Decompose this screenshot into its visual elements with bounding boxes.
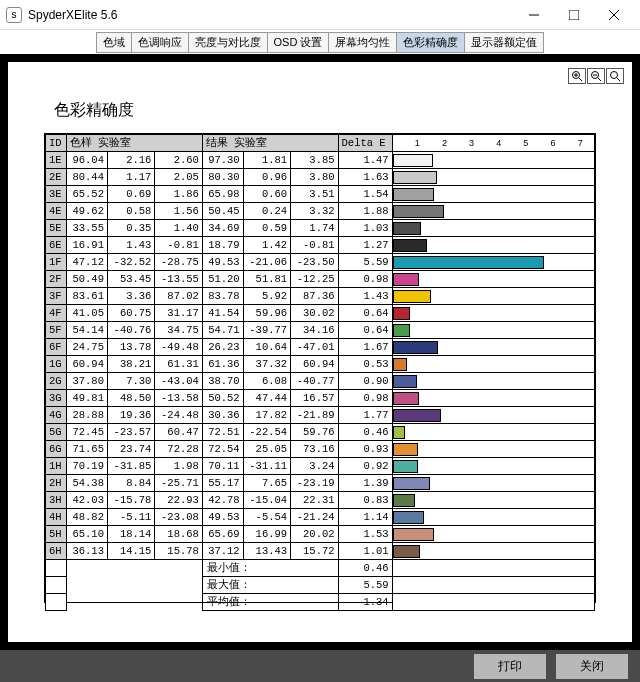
tab-4[interactable]: 屏幕均匀性 (328, 32, 396, 53)
delta-bar (393, 511, 424, 524)
table-row: 6E16.911.43-0.8118.791.42-0.811.27 (46, 237, 595, 254)
svg-line-5 (579, 78, 582, 81)
svg-rect-1 (569, 10, 579, 20)
delta-bar (393, 375, 417, 388)
zoom-toolbar (568, 68, 624, 84)
page-title: 色彩精确度 (54, 100, 624, 121)
titlebar: s SpyderXElite 5.6 (0, 0, 640, 30)
table-row: 4H48.82-5.11-23.0849.53-5.54-21.241.14 (46, 509, 595, 526)
delta-bar (393, 409, 441, 422)
delta-bar (393, 273, 420, 286)
delta-bar (393, 222, 421, 235)
table-row: 3H42.03-15.7822.9342.78-15.0422.310.83 (46, 492, 595, 509)
tab-6[interactable]: 显示器额定值 (464, 32, 544, 53)
delta-bar (393, 290, 432, 303)
table-row: 2H54.388.84-25.7155.177.65-23.191.39 (46, 475, 595, 492)
delta-bar (393, 426, 405, 439)
delta-bar (393, 341, 438, 354)
table-row: 5G72.45-23.5760.4772.51-22.5459.760.46 (46, 424, 595, 441)
table-row: 1E96.042.162.6097.301.813.851.47 (46, 152, 595, 169)
delta-bar (393, 358, 407, 371)
tab-2[interactable]: 亮度与对比度 (188, 32, 267, 53)
table-row: 2E80.441.172.0580.300.963.801.63 (46, 169, 595, 186)
tab-5[interactable]: 色彩精确度 (396, 32, 464, 53)
svg-point-11 (611, 72, 618, 79)
table-row: 4G28.8819.36-24.4830.3617.82-21.891.77 (46, 407, 595, 424)
delta-bar (393, 188, 435, 201)
zoom-out-button[interactable] (587, 68, 605, 84)
delta-bar (393, 307, 410, 320)
delta-bar (393, 528, 435, 541)
color-accuracy-table: ID色样 实验室结果 实验室Delta E12345671E96.042.162… (45, 134, 595, 611)
table-row: 1F47.12-32.52-28.7549.53-21.06-23.505.59 (46, 254, 595, 271)
content-inner: 色彩精确度 ID色样 实验室结果 实验室Delta E12345671E96.0… (8, 62, 632, 642)
delta-bar (393, 256, 545, 269)
table-row: 4F41.0560.7531.1741.5459.9630.020.64 (46, 305, 595, 322)
table-row: 5H65.1018.1418.6865.6916.9920.021.53 (46, 526, 595, 543)
delta-bar (393, 443, 418, 456)
zoom-fit-button[interactable] (606, 68, 624, 84)
table-row: 3E65.520.691.8665.980.603.511.54 (46, 186, 595, 203)
tab-1[interactable]: 色调响应 (131, 32, 188, 53)
delta-bar (393, 239, 427, 252)
tab-3[interactable]: OSD 设置 (267, 32, 329, 53)
table-row: 5F54.14-40.7634.7554.71-39.7734.160.64 (46, 322, 595, 339)
table-row: 1H70.19-31.851.9870.11-31.113.240.92 (46, 458, 595, 475)
table-row: 3G49.8148.50-13.5850.5247.4416.570.98 (46, 390, 595, 407)
data-table-area: ID色样 实验室结果 实验室Delta E12345671E96.042.162… (44, 133, 596, 603)
window-title: SpyderXElite 5.6 (28, 8, 514, 22)
table-row: 1G60.9438.2161.3161.3637.3260.940.53 (46, 356, 595, 373)
delta-bar (393, 324, 410, 337)
table-row: 4E49.620.581.5650.450.243.321.88 (46, 203, 595, 220)
svg-line-12 (617, 78, 620, 81)
maximize-button[interactable] (554, 1, 594, 29)
zoom-in-button[interactable] (568, 68, 586, 84)
svg-line-9 (598, 78, 601, 81)
delta-bar (393, 460, 418, 473)
table-row: 2F50.4953.45-13.5551.2051.81-12.250.98 (46, 271, 595, 288)
app-icon: s (6, 7, 22, 23)
footer: 打印 关闭 (0, 650, 640, 682)
table-row: 2G37.807.30-43.0438.706.08-40.770.90 (46, 373, 595, 390)
delta-bar (393, 171, 437, 184)
table-row: 5E33.550.351.4034.690.591.741.03 (46, 220, 595, 237)
tabbar: 色域色调响应亮度与对比度OSD 设置屏幕均匀性色彩精确度显示器额定值 (0, 30, 640, 54)
minimize-button[interactable] (514, 1, 554, 29)
delta-bar (393, 392, 420, 405)
table-row: 6G71.6523.7472.2872.5425.0573.160.93 (46, 441, 595, 458)
table-row: 6F24.7513.78-49.4826.2310.64-47.011.67 (46, 339, 595, 356)
delta-bar (393, 477, 431, 490)
tab-0[interactable]: 色域 (96, 32, 131, 53)
delta-bar (393, 545, 420, 558)
table-row: 6H36.1314.1515.7837.1213.4315.721.01 (46, 543, 595, 560)
close-button[interactable] (594, 1, 634, 29)
print-button[interactable]: 打印 (474, 654, 546, 679)
content-wrap: 色彩精确度 ID色样 实验室结果 实验室Delta E12345671E96.0… (0, 54, 640, 650)
delta-bar (393, 205, 444, 218)
table-row: 3F83.613.3687.0283.785.9287.361.43 (46, 288, 595, 305)
delta-bar (393, 154, 433, 167)
close-window-button[interactable]: 关闭 (556, 654, 628, 679)
delta-bar (393, 494, 416, 507)
